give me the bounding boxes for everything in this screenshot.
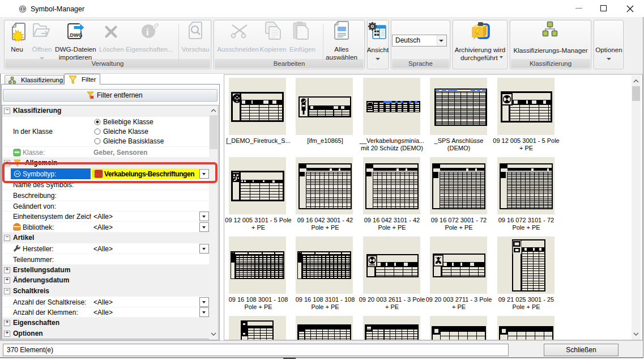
svg-text:.DWG: .DWG	[69, 32, 83, 38]
svg-text:i: i	[146, 27, 149, 37]
